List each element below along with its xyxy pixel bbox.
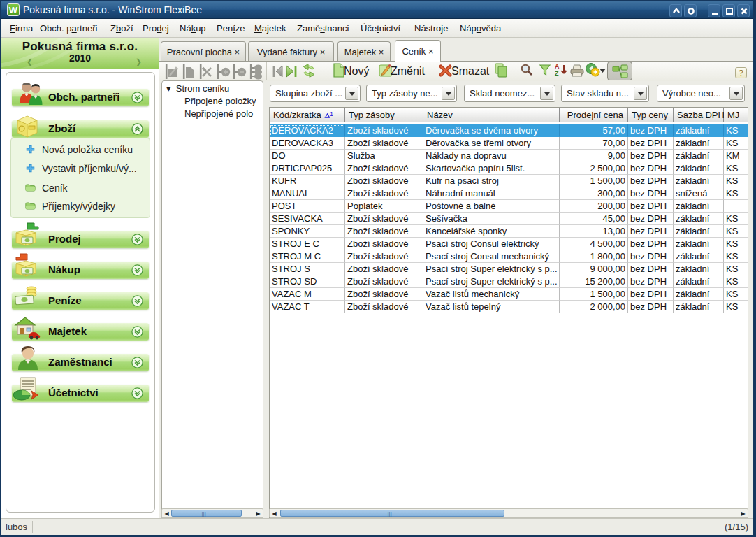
svg-text:1: 1 (330, 111, 333, 117)
svg-text:Z: Z (555, 70, 559, 77)
svg-text:A: A (555, 63, 560, 70)
